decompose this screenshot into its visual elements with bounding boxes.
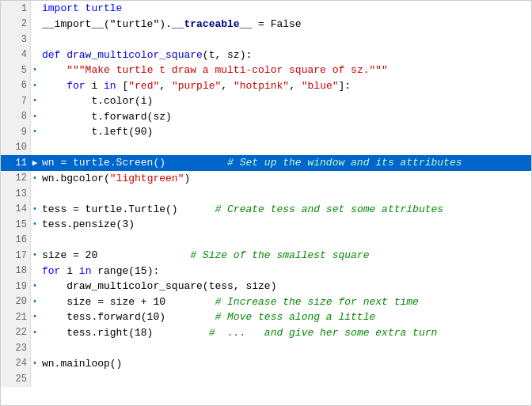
code-line-1: 1import turtle <box>1 1 531 17</box>
line-number-10: 10 <box>1 140 31 156</box>
line-dot-17: • <box>31 251 39 260</box>
token: for <box>66 80 91 92</box>
line-number-3: 3 <box>1 32 31 47</box>
line-dot-6: • <box>31 82 39 90</box>
code-line-20: 20• size = size + 10 # Increase the size… <box>1 294 531 310</box>
token: , <box>289 80 302 92</box>
code-line-5: 5• """Make turtle t draw a multi-color s… <box>1 63 531 78</box>
token: "lightgreen" <box>110 173 184 184</box>
token: "blue" <box>302 80 339 92</box>
line-content-8: t.forward(sz) <box>39 109 531 125</box>
line-number-22: 22 <box>1 325 31 341</box>
line-content-23 <box>39 340 531 356</box>
line-content-6: for i in ["red", "purple", "hotpink", "b… <box>39 78 531 94</box>
line-number-21: 21 <box>1 309 31 325</box>
code-line-4: 4def draw_multicolor_square(t, sz): <box>1 47 531 63</box>
line-number-2: 2 <box>1 17 31 32</box>
line-dot-9: • <box>31 127 39 136</box>
line-content-5: """Make turtle t draw a multi-color squa… <box>39 63 531 78</box>
line-content-2: __import__("turtle").__traceable__ = Fal… <box>39 17 531 32</box>
token: # Create tess and set some attributes <box>178 203 443 215</box>
code-line-14: 14•tess = turtle.Turtle() # Create tess … <box>1 202 531 218</box>
token: range(15): <box>97 265 159 277</box>
code-line-24: 24•wn.mainloop() <box>1 356 531 372</box>
line-number-11: 11 <box>1 155 31 171</box>
token: tess.pensize(3) <box>42 218 135 230</box>
line-content-14: tess = turtle.Turtle() # Create tess and… <box>39 202 531 218</box>
line-content-13 <box>39 186 531 202</box>
token: tess.right(18) <box>42 327 153 339</box>
line-number-19: 19 <box>1 279 31 294</box>
code-line-2: 2__import__("turtle").__traceable__ = Fa… <box>1 17 531 32</box>
code-editor: 1import turtle2__import__("turtle").__tr… <box>0 0 532 406</box>
token: # Move tess along a little <box>165 311 375 323</box>
line-arrow-11: ▶ <box>31 157 39 168</box>
token: , <box>159 80 172 92</box>
line-number-6: 6 <box>1 78 31 94</box>
line-number-24: 24 <box>1 356 31 372</box>
line-number-14: 14 <box>1 202 31 218</box>
line-content-3 <box>39 32 531 47</box>
token <box>42 80 66 92</box>
token: ) <box>184 173 190 184</box>
line-content-21: tess.forward(10) # Move tess along a lit… <box>39 309 531 325</box>
token: wn.mainloop() <box>42 358 122 370</box>
token <box>42 64 66 76</box>
token: for <box>42 265 66 277</box>
token: in <box>79 265 97 277</box>
token: # ... and give her some extra turn <box>153 327 437 339</box>
code-line-9: 9• t.left(90) <box>1 124 531 140</box>
line-dot-19: • <box>31 282 39 290</box>
token: , <box>221 80 234 92</box>
line-content-17: size = 20 # Size of the smallest square <box>39 248 531 264</box>
token: "hotpink" <box>234 80 289 92</box>
line-content-11: wn = turtle.Screen() # Set up the window… <box>39 155 531 171</box>
line-number-20: 20 <box>1 294 31 310</box>
code-line-25: 25 <box>1 371 531 387</box>
token: __traceable__ <box>172 18 252 30</box>
code-line-8: 8• t.forward(sz) <box>1 109 531 125</box>
token: [ <box>122 80 128 92</box>
line-number-7: 7 <box>1 93 31 109</box>
token: size = size + 10 <box>42 296 165 308</box>
code-line-16: 16 <box>1 233 531 249</box>
token: t.left(90) <box>42 126 153 138</box>
line-content-16 <box>39 233 531 249</box>
line-content-12: wn.bgcolor("lightgreen") <box>39 171 531 187</box>
token: tess = turtle.Turtle() <box>42 203 178 215</box>
token: draw_multicolor_square <box>66 49 203 61</box>
code-line-21: 21• tess.forward(10) # Move tess along a… <box>1 309 531 325</box>
token: "red" <box>128 80 159 92</box>
code-line-7: 7• t.color(i) <box>1 93 531 109</box>
token: (t, sz): <box>203 49 252 61</box>
line-number-5: 5 <box>1 63 31 78</box>
line-dot-20: • <box>31 298 39 306</box>
line-dot-24: • <box>31 359 39 368</box>
line-number-17: 17 <box>1 248 31 264</box>
line-content-22: tess.right(18) # ... and give her some e… <box>39 325 531 341</box>
line-number-18: 18 <box>1 264 31 279</box>
token: # Increase the size for next time <box>165 296 419 308</box>
line-content-4: def draw_multicolor_square(t, sz): <box>39 47 531 63</box>
token: in <box>104 80 122 92</box>
token: size = 20 <box>42 249 97 261</box>
token: t.color(i) <box>42 95 153 107</box>
line-number-16: 16 <box>1 233 31 249</box>
token: # Set up the window and its attributes <box>165 157 462 169</box>
line-content-7: t.color(i) <box>39 93 531 109</box>
line-content-1: import turtle <box>39 1 531 17</box>
code-line-23: 23 <box>1 340 531 356</box>
line-number-23: 23 <box>1 340 31 356</box>
line-content-25 <box>39 371 531 387</box>
token: def <box>42 49 66 61</box>
token: wn = turtle.Screen() <box>42 157 165 169</box>
code-line-18: 18for i in range(15): <box>1 264 531 279</box>
code-line-22: 22• tess.right(18) # ... and give her so… <box>1 325 531 341</box>
line-number-9: 9 <box>1 124 31 140</box>
token: "purple" <box>172 80 221 92</box>
token: . <box>165 18 172 30</box>
token: wn.bgcolor( <box>42 173 110 184</box>
code-line-17: 17•size = 20 # Size of the smallest squa… <box>1 248 531 264</box>
token: t.forward(sz) <box>42 111 172 123</box>
line-dot-14: • <box>31 205 39 214</box>
